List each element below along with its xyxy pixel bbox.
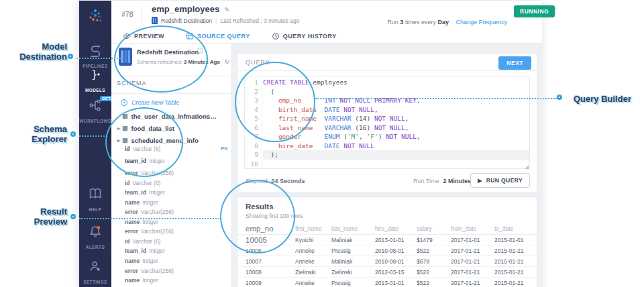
column-header-from_date: from_date bbox=[451, 225, 494, 232]
sidebar-item-pipelines[interactable]: PIPELINES bbox=[79, 44, 111, 70]
annotation-circle-results bbox=[220, 180, 295, 253]
editor-resize-handle[interactable]: ◢ bbox=[525, 164, 529, 170]
change-frequency-link[interactable]: Change Frequency bbox=[455, 19, 507, 25]
schema-column-id: idVarchar (6) bbox=[125, 238, 232, 245]
refresh-icon[interactable]: ↻ bbox=[224, 58, 229, 65]
annotation-connector bbox=[79, 135, 107, 137]
schedule-row: Run 3 times every Day Change Frequency bbox=[387, 19, 507, 25]
annotation-model-destination: ModelDestination bbox=[0, 42, 67, 62]
models-icon: } bbox=[89, 68, 102, 81]
cell-from_date: 2017-01-01 bbox=[451, 237, 494, 243]
cell-last_name: Preusig bbox=[331, 247, 375, 254]
annotation-result-preview: ResultPreview bbox=[0, 207, 67, 227]
annotation-connector bbox=[76, 58, 123, 59]
annotation-schema-explorer: SchemaExplorer bbox=[0, 124, 67, 144]
annotation-query-builder: Query Builder bbox=[574, 94, 631, 104]
table-row: 10008ZielinskiZielinski2012-03-15$522201… bbox=[237, 267, 537, 278]
cell-first_name: Kyoichi bbox=[295, 237, 331, 243]
cell-from_date: 2017-01-21 bbox=[451, 280, 494, 286]
header: #78 emp_employees✎ Redshift Destination … bbox=[111, 1, 542, 29]
cell-salary: $522 bbox=[417, 280, 451, 286]
line-number: 8 bbox=[245, 141, 258, 151]
code-line-10 bbox=[263, 160, 529, 169]
run-time: Run Time2 Minutes bbox=[413, 178, 471, 184]
sidebar-item-settings[interactable]: SETTINGS bbox=[79, 260, 111, 286]
column-header-salary: salary bbox=[417, 225, 451, 232]
schema-column-error: errorVarchar(256) bbox=[125, 228, 232, 235]
redshift-mini-icon bbox=[152, 17, 158, 24]
sidebar-item-models[interactable]: }MODELS bbox=[79, 68, 111, 95]
schema-column-id: idVarchar (6) bbox=[125, 180, 232, 186]
schema-column-team_id: team_idIntiger bbox=[125, 247, 232, 254]
key-badge-pk: PK bbox=[221, 146, 228, 152]
sidebar-item-workflows[interactable]: WORKFLOWSBETA bbox=[79, 99, 111, 125]
line-number: 9 bbox=[245, 150, 258, 160]
kebab-menu-icon[interactable]: ⋮ bbox=[552, 7, 559, 15]
cell-from_date: 2017-01-21 bbox=[451, 258, 494, 265]
edit-title-icon[interactable]: ✎ bbox=[224, 6, 229, 13]
divider bbox=[141, 6, 142, 23]
cell-hire_date: 2013-01-01 bbox=[375, 280, 417, 286]
svg-text:}: } bbox=[91, 68, 97, 80]
last-refreshed: Last Refreshed : 3 minutes ago bbox=[220, 17, 299, 24]
annotation-circle-query bbox=[235, 62, 315, 142]
line-number: 10 bbox=[245, 160, 258, 169]
annotation-connector bbox=[79, 218, 221, 219]
code-line-9: ); bbox=[263, 150, 529, 160]
cell-hire_date: 2010-08-01 bbox=[375, 258, 417, 265]
cell-last_name: Maliniak bbox=[331, 237, 375, 243]
cell-to_date: 2015-01-21 bbox=[494, 258, 529, 265]
cell-salary: $679 bbox=[417, 258, 451, 265]
cell-last_name: Preusig bbox=[331, 280, 375, 286]
cell-first_name: Anneke bbox=[295, 258, 331, 265]
screenshot-canvas: PIPELINES}MODELSWORKFLOWSBETAHELPALERTSS… bbox=[0, 0, 644, 287]
next-button[interactable]: NEXT bbox=[498, 56, 531, 70]
cell-to_date: 2015-01-21 bbox=[494, 280, 529, 286]
table-row: 10009AnnekePreusig2013-01-01$5222017-01-… bbox=[237, 278, 537, 287]
cell-hire_date: 2013-01-01 bbox=[375, 237, 417, 243]
schema-column-error: errorVarchar(256) bbox=[125, 209, 232, 215]
cell-emp_no: 10007 bbox=[246, 258, 295, 265]
cell-to_date: 2015-01-21 bbox=[494, 269, 529, 276]
destination-label: Redshift Destination bbox=[161, 17, 212, 24]
cell-salary: $522 bbox=[417, 269, 451, 276]
schema-column-name: nameIntiger bbox=[125, 219, 232, 225]
cell-emp_no: 10009 bbox=[246, 280, 295, 286]
help-book-icon bbox=[89, 187, 102, 200]
divider bbox=[111, 93, 232, 94]
settings-user-icon bbox=[89, 260, 102, 273]
schema-column-error: errorVarchar(256) bbox=[125, 268, 232, 274]
cell-emp_no: 10008 bbox=[246, 269, 295, 276]
cell-to_date: 2015-01-21 bbox=[494, 247, 529, 254]
cell-from_date: 2017-01-21 bbox=[451, 269, 494, 276]
cell-salary: $522 bbox=[417, 247, 451, 254]
run-query-button[interactable]: ▶ RUN QUERY bbox=[470, 173, 530, 188]
annotation-connector bbox=[315, 98, 557, 99]
pipelines-icon bbox=[89, 44, 102, 57]
table-row: 10006AnnekePreusig2010-08-01$5222017-01-… bbox=[237, 245, 537, 256]
cell-last_name: Zielinski bbox=[331, 269, 375, 276]
schema-column-name: nameIntiger bbox=[125, 199, 232, 206]
schema-column-name: nameIntiger bbox=[125, 277, 232, 284]
sidebar-item-help[interactable]: HELP bbox=[79, 187, 111, 214]
alerts-bell-icon bbox=[89, 225, 102, 238]
sidebar-item-alerts[interactable]: ALERTS bbox=[79, 225, 111, 251]
destination-subheader: Redshift Destination | Last Refreshed : … bbox=[152, 17, 299, 24]
app-logo-icon[interactable] bbox=[87, 7, 104, 25]
play-icon: ▶ bbox=[478, 178, 482, 184]
column-header-first_name: first_name bbox=[295, 225, 331, 232]
annotation-circle-destination bbox=[114, 25, 208, 93]
create-new-table-button[interactable]: + Create New Table bbox=[121, 99, 179, 106]
annotation-ring bbox=[70, 214, 76, 219]
schema-column-name: nameIntiger bbox=[125, 257, 232, 264]
plus-circle-icon: + bbox=[121, 99, 127, 106]
column-header-hire_date: hire_date bbox=[375, 225, 417, 232]
annotation-ring bbox=[557, 95, 562, 100]
code-line-7: gender ENUM ('M', 'F') NOT NULL, bbox=[263, 132, 529, 141]
annotation-ring bbox=[70, 131, 76, 137]
annotation-ring bbox=[68, 54, 73, 59]
column-header-last_name: last_name bbox=[331, 225, 375, 232]
cell-salary: $1479 bbox=[417, 237, 451, 243]
tab-query-history[interactable]: QUERY HISTORY bbox=[272, 32, 337, 40]
cell-hire_date: 2012-03-15 bbox=[375, 269, 417, 276]
